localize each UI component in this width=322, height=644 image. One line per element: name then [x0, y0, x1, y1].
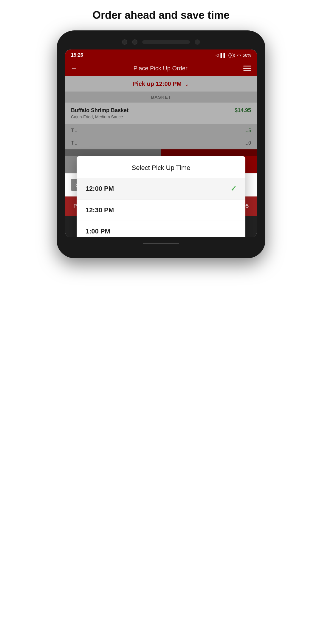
- basket-header: BASKET: [65, 92, 257, 103]
- phone-screen: 15:26 ◁ ▌▌ ((•)) ▭ 58% ← Place Pick Up O…: [65, 49, 257, 237]
- signal-icon: ◁: [216, 53, 219, 58]
- page-heading: Order ahead and save time: [86, 9, 236, 21]
- modal-title: Select Pick Up Time: [77, 156, 246, 178]
- phone-top-bar: [65, 39, 257, 45]
- status-time: 15:26: [71, 52, 83, 58]
- time-option-1200[interactable]: 12:00 PM ✓: [77, 178, 246, 200]
- mobile-icon: ▌▌: [221, 53, 227, 58]
- pickup-chevron-icon: ⌄: [185, 81, 189, 87]
- check-icon-1200: ✓: [230, 185, 236, 193]
- camera-left: [122, 39, 127, 45]
- back-button[interactable]: ←: [71, 64, 78, 72]
- battery-percent: 58%: [243, 53, 251, 58]
- time-option-1230[interactable]: 12:30 PM: [77, 200, 246, 221]
- phone-bottom: [65, 240, 257, 246]
- header-title: Place Pick Up Order: [133, 65, 187, 72]
- modal-overlay: Select Pick Up Time 12:00 PM ✓ 12:30 PM …: [65, 103, 257, 156]
- time-picker-modal: Select Pick Up Time 12:00 PM ✓ 12:30 PM …: [77, 156, 246, 237]
- app-header: ← Place Pick Up Order: [65, 60, 257, 76]
- home-indicator: [143, 243, 179, 244]
- camera-right: [195, 39, 200, 45]
- time-label-1230: 12:30 PM: [86, 206, 114, 214]
- background-content: Buffalo Shrimp Basket Cajun-Fried, Mediu…: [65, 103, 257, 149]
- pickup-time-text: Pick up 12:00 PM: [133, 80, 182, 87]
- status-bar: 15:26 ◁ ▌▌ ((•)) ▭ 58%: [65, 49, 257, 60]
- battery-icon: ▭: [237, 53, 241, 58]
- time-option-100[interactable]: 1:00 PM: [77, 221, 246, 237]
- camera-center: [132, 39, 137, 45]
- time-label-1200: 12:00 PM: [86, 185, 114, 193]
- hamburger-menu[interactable]: [243, 66, 251, 71]
- status-icons: ◁ ▌▌ ((•)) ▭ 58%: [216, 53, 251, 58]
- speaker: [142, 40, 190, 44]
- pickup-bar[interactable]: Pick up 12:00 PM ⌄: [65, 76, 257, 92]
- phone-frame: 15:26 ◁ ▌▌ ((•)) ▭ 58% ← Place Pick Up O…: [57, 30, 265, 258]
- time-label-100: 1:00 PM: [86, 227, 110, 235]
- wifi-icon: ((•)): [228, 53, 235, 58]
